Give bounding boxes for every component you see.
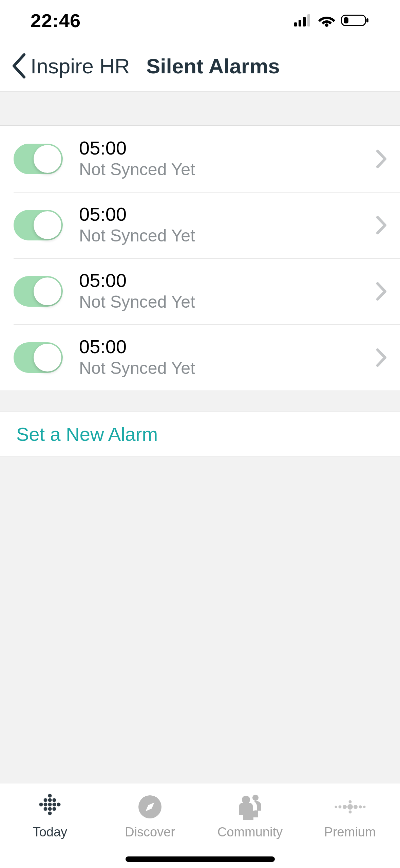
wifi-icon	[318, 14, 336, 27]
chevron-right-icon	[376, 215, 388, 235]
svg-point-18	[48, 807, 52, 811]
tab-bar: Today Discover	[0, 783, 400, 868]
svg-point-13	[44, 803, 47, 807]
alarm-time: 05:00	[79, 270, 376, 291]
today-icon	[35, 792, 65, 822]
alarm-info: 05:00 Not Synced Yet	[79, 203, 376, 247]
alarm-info: 05:00 Not Synced Yet	[79, 336, 376, 379]
chevron-right-icon	[376, 348, 388, 367]
alarm-subtitle: Not Synced Yet	[79, 358, 376, 379]
alarm-row[interactable]: 05:00 Not Synced Yet	[0, 192, 400, 258]
chevron-right-icon	[376, 282, 388, 301]
svg-point-28	[338, 806, 341, 809]
svg-point-27	[354, 805, 358, 809]
svg-point-9	[44, 798, 47, 802]
tab-label: Premium	[324, 825, 376, 839]
svg-point-31	[363, 806, 365, 808]
set-new-alarm-label: Set a New Alarm	[16, 423, 158, 445]
tab-discover[interactable]: Discover	[100, 792, 200, 839]
svg-point-26	[343, 805, 347, 809]
svg-point-24	[252, 795, 259, 801]
svg-point-10	[48, 798, 52, 802]
alarm-time: 05:00	[79, 137, 376, 159]
set-new-alarm-button[interactable]: Set a New Alarm	[0, 412, 400, 456]
alarm-toggle[interactable]	[14, 342, 63, 373]
cellular-icon	[294, 14, 312, 26]
svg-point-16	[57, 803, 61, 807]
status-indicators	[294, 14, 369, 27]
tab-community[interactable]: Community	[200, 792, 300, 839]
svg-point-17	[44, 807, 47, 811]
alarm-info: 05:00 Not Synced Yet	[79, 137, 376, 180]
battery-icon	[341, 14, 369, 27]
svg-point-32	[348, 800, 351, 803]
svg-point-4	[325, 23, 328, 27]
tab-today[interactable]: Today	[0, 792, 100, 839]
alarm-row[interactable]: 05:00 Not Synced Yet	[0, 324, 400, 391]
toggle-knob	[34, 344, 61, 372]
svg-point-20	[48, 812, 52, 815]
svg-rect-3	[307, 14, 310, 26]
page-title: Silent Alarms	[146, 54, 280, 78]
alarm-time: 05:00	[79, 336, 376, 358]
alarm-time: 05:00	[79, 203, 376, 225]
svg-point-25	[347, 804, 353, 810]
alarm-toggle[interactable]	[14, 144, 63, 174]
status-bar: 22:46	[0, 0, 400, 41]
svg-rect-6	[344, 17, 348, 23]
alarm-list: 05:00 Not Synced Yet 05:00 Not Synced Ye…	[0, 126, 400, 391]
discover-icon	[137, 792, 163, 822]
svg-point-8	[48, 794, 52, 798]
alarm-toggle[interactable]	[14, 210, 63, 240]
svg-point-15	[53, 803, 56, 807]
svg-point-33	[348, 811, 351, 814]
alarm-info: 05:00 Not Synced Yet	[79, 270, 376, 313]
content-fill	[0, 456, 400, 783]
svg-rect-1	[299, 20, 301, 26]
tab-label: Community	[217, 825, 283, 839]
section-gap	[0, 391, 400, 412]
svg-point-12	[39, 803, 43, 807]
tab-label: Discover	[125, 825, 175, 839]
nav-header: Inspire HR Silent Alarms	[0, 41, 400, 92]
svg-rect-7	[366, 18, 368, 22]
toggle-knob	[34, 145, 61, 173]
toggle-knob	[34, 277, 61, 305]
svg-point-29	[359, 806, 362, 809]
chevron-right-icon	[376, 149, 388, 169]
alarm-subtitle: Not Synced Yet	[79, 159, 376, 180]
back-label[interactable]: Inspire HR	[31, 54, 130, 78]
alarm-row[interactable]: 05:00 Not Synced Yet	[0, 258, 400, 324]
svg-rect-0	[294, 22, 297, 26]
toggle-knob	[34, 211, 61, 239]
alarm-toggle[interactable]	[14, 276, 63, 307]
tab-premium[interactable]: Premium	[300, 792, 400, 839]
svg-rect-2	[303, 17, 306, 26]
back-button[interactable]	[7, 53, 31, 79]
section-gap	[0, 92, 400, 126]
alarm-subtitle: Not Synced Yet	[79, 225, 376, 247]
svg-point-19	[53, 807, 56, 811]
svg-point-30	[335, 806, 337, 808]
svg-point-11	[53, 798, 56, 802]
status-time: 22:46	[31, 10, 81, 32]
home-indicator[interactable]	[126, 856, 275, 862]
premium-icon	[333, 792, 367, 822]
screen: 22:46	[0, 0, 400, 868]
svg-point-14	[48, 803, 52, 807]
alarm-row[interactable]: 05:00 Not Synced Yet	[0, 126, 400, 192]
community-icon	[233, 792, 267, 822]
tab-label: Today	[33, 825, 67, 839]
chevron-left-icon	[11, 53, 27, 79]
alarm-subtitle: Not Synced Yet	[79, 291, 376, 313]
